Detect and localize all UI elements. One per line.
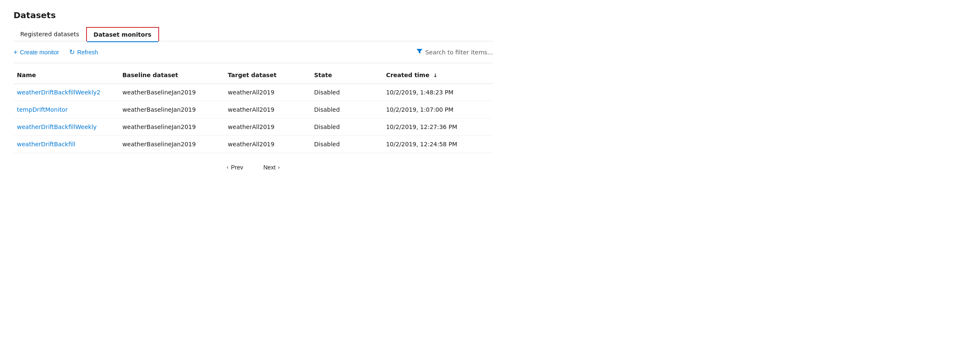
page-title: Datasets [14,10,493,20]
sort-arrow-created: ↓ [433,73,437,78]
col-header-baseline: Baseline dataset [119,67,225,84]
col-header-name: Name [14,67,119,84]
chevron-left-icon: ‹ [227,164,228,170]
prev-button[interactable]: ‹ Prev [222,161,248,173]
tab-dataset-monitors[interactable]: Dataset monitors [86,27,159,41]
cell-name-1[interactable]: tempDriftMonitor [14,101,119,118]
col-header-created-time[interactable]: Created time ↓ [383,67,493,84]
cell-target-1: weatherAll2019 [225,101,311,118]
toolbar: + Create monitor ↻ Refresh Search to fil… [14,41,493,63]
cell-target-2: weatherAll2019 [225,118,311,136]
monitors-table: Name Baseline dataset Target dataset Sta… [14,67,493,153]
search-area[interactable]: Search to filter items... [416,48,493,56]
cell-created-0: 10/2/2019, 1:48:23 PM [383,84,493,101]
col-header-target: Target dataset [225,67,311,84]
refresh-icon: ↻ [69,48,75,56]
filter-icon [416,48,423,56]
pagination: ‹ Prev Next › [14,153,493,177]
cell-created-1: 10/2/2019, 1:07:00 PM [383,101,493,118]
cell-target-0: weatherAll2019 [225,84,311,101]
chevron-right-icon: › [278,164,280,170]
table-row: weatherDriftBackfillWeekly weatherBaseli… [14,118,493,136]
tab-registered-datasets[interactable]: Registered datasets [14,27,86,41]
cell-created-2: 10/2/2019, 12:27:36 PM [383,118,493,136]
tabs-bar: Registered datasets Dataset monitors [14,27,493,41]
toolbar-left: + Create monitor ↻ Refresh [14,46,98,58]
table-body: weatherDriftBackfillWeekly2 weatherBasel… [14,84,493,153]
cell-state-3: Disabled [311,136,382,153]
col-header-state: State [311,67,382,84]
table-container: Name Baseline dataset Target dataset Sta… [14,67,493,153]
table-row: weatherDriftBackfillWeekly2 weatherBasel… [14,84,493,101]
cell-target-3: weatherAll2019 [225,136,311,153]
cell-state-2: Disabled [311,118,382,136]
table-header-row: Name Baseline dataset Target dataset Sta… [14,67,493,84]
cell-baseline-1: weatherBaselineJan2019 [119,101,225,118]
refresh-button[interactable]: ↻ Refresh [69,46,98,58]
cell-baseline-2: weatherBaselineJan2019 [119,118,225,136]
cell-state-1: Disabled [311,101,382,118]
create-monitor-button[interactable]: + Create monitor [14,47,59,58]
cell-name-3[interactable]: weatherDriftBackfill [14,136,119,153]
cell-baseline-0: weatherBaselineJan2019 [119,84,225,101]
plus-icon: + [14,48,17,56]
cell-name-0[interactable]: weatherDriftBackfillWeekly2 [14,84,119,101]
cell-state-0: Disabled [311,84,382,101]
cell-created-3: 10/2/2019, 12:24:58 PM [383,136,493,153]
page-container: Datasets Registered datasets Dataset mon… [0,0,506,187]
table-row: weatherDriftBackfill weatherBaselineJan2… [14,136,493,153]
cell-baseline-3: weatherBaselineJan2019 [119,136,225,153]
table-row: tempDriftMonitor weatherBaselineJan2019 … [14,101,493,118]
cell-name-2[interactable]: weatherDriftBackfillWeekly [14,118,119,136]
next-button[interactable]: Next › [258,161,285,173]
